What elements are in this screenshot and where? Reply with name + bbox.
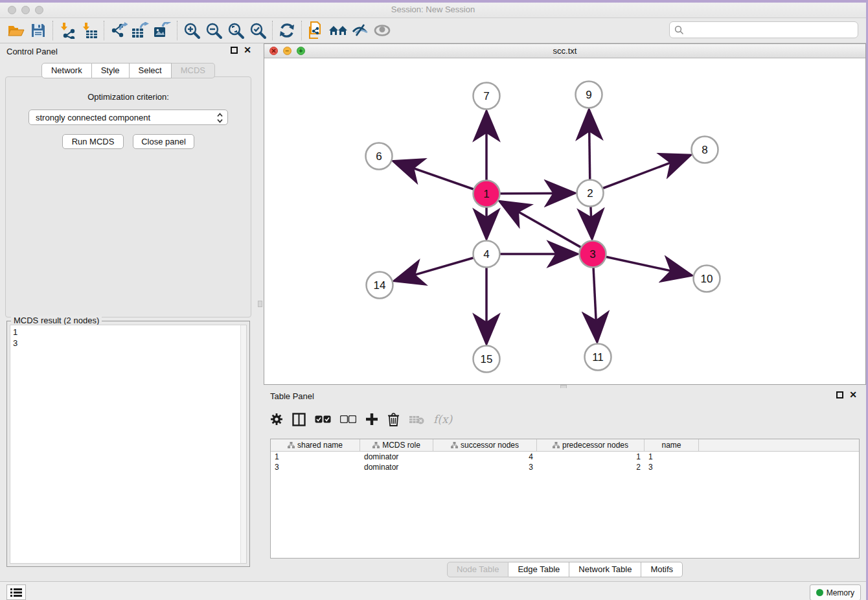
vertical-split-grip[interactable] [258, 301, 262, 307]
table-float-panel-icon[interactable] [836, 391, 843, 398]
tab-style[interactable]: Style [92, 63, 130, 78]
mcds-result-scrollbar[interactable] [240, 325, 246, 563]
graph-node-label: 6 [376, 150, 382, 163]
delete-table-icon[interactable] [409, 415, 424, 424]
tab-network[interactable]: Network [41, 63, 92, 78]
column-header[interactable]: successor nodes [433, 439, 537, 451]
open-file-icon[interactable] [5, 20, 27, 41]
float-panel-icon[interactable] [231, 47, 238, 54]
table-settings-gear-icon[interactable] [270, 413, 283, 426]
search-input[interactable] [684, 25, 846, 35]
show-graphics-details-icon[interactable] [371, 20, 393, 41]
zoom-in-icon[interactable] [181, 20, 203, 41]
column-header[interactable]: name [645, 439, 699, 451]
tab-network-table[interactable]: Network Table [569, 562, 641, 577]
graph-node-label: 15 [481, 353, 493, 365]
table-cell[interactable]: 3 [271, 462, 360, 472]
table-cell[interactable]: 1 [537, 452, 645, 462]
close-panel-button[interactable]: Close panel [133, 134, 194, 149]
hide-graphics-details-icon[interactable] [349, 20, 371, 41]
control-panel: Control Panel ✕ Network Style Select MCD… [0, 43, 257, 581]
graph-edge-3-1[interactable] [499, 202, 581, 248]
column-header-label: shared name [297, 441, 343, 450]
network-window-titlebar[interactable]: ✕ − + scc.txt [264, 44, 865, 58]
search-icon [674, 25, 684, 35]
graph-edge-1-6[interactable] [393, 161, 474, 189]
graph-edge-1-2[interactable] [499, 193, 575, 194]
column-header[interactable]: MCDS role [360, 439, 433, 451]
window-titlebar: Session: New Session [0, 3, 866, 18]
table-row[interactable]: 3dominator323 [271, 462, 859, 472]
graph-node-label: 10 [701, 273, 713, 285]
search-box[interactable] [669, 21, 858, 38]
column-header[interactable]: predecessor nodes [537, 439, 645, 451]
tab-select[interactable]: Select [130, 63, 172, 78]
table-cell[interactable]: 2 [537, 462, 645, 472]
zoom-out-icon[interactable] [203, 20, 225, 41]
zoom-selected-icon[interactable] [247, 20, 269, 41]
task-history-button[interactable] [6, 584, 26, 600]
export-network-icon[interactable] [108, 20, 130, 41]
zoom-fit-icon[interactable] [225, 20, 247, 41]
function-builder-icon[interactable]: f(x) [433, 413, 452, 426]
memory-button[interactable]: Memory [810, 584, 861, 600]
node-table[interactable]: shared nameMCDS rolesuccessor nodesprede… [270, 439, 860, 559]
run-mcds-button[interactable]: Run MCDS [62, 134, 124, 149]
graph-node-label: 2 [587, 187, 593, 200]
tab-node-table[interactable]: Node Table [447, 562, 509, 577]
task-list-icon [10, 588, 22, 597]
export-image-icon[interactable] [152, 20, 174, 41]
tab-edge-table[interactable]: Edge Table [508, 562, 569, 577]
mcds-panel-body: Optimization criterion: strongly connect… [5, 76, 251, 317]
graph-edge-2-9[interactable] [589, 110, 589, 179]
main-toolbar [0, 18, 866, 43]
create-column-icon[interactable] [365, 413, 378, 426]
control-panel-title: Control Panel [6, 47, 58, 56]
column-hierarchy-icon [288, 442, 295, 448]
table-row[interactable]: 1dominator411 [271, 452, 859, 462]
tab-motifs[interactable]: Motifs [641, 562, 683, 577]
table-cell[interactable]: dominator [360, 462, 433, 472]
table-cell[interactable]: 3 [645, 462, 699, 472]
graph-edge-2-8[interactable] [602, 155, 691, 188]
table-cell[interactable]: 4 [433, 452, 537, 462]
tab-mcds[interactable]: MCDS [172, 63, 215, 78]
network-from-selection-icon[interactable] [305, 20, 327, 41]
table-header-row[interactable]: shared nameMCDS rolesuccessor nodesprede… [271, 439, 859, 452]
table-tabs: Node Table Edge Table Network Table Moti… [264, 562, 866, 577]
table-cell[interactable]: dominator [360, 452, 433, 462]
graph-node-label: 14 [374, 279, 386, 292]
graph-edge-3-10[interactable] [606, 257, 692, 275]
select-all-columns-icon[interactable] [315, 415, 331, 423]
unselect-all-columns-icon[interactable] [340, 415, 356, 423]
table-cell[interactable]: 3 [433, 462, 537, 472]
table-close-panel-icon[interactable]: ✕ [849, 391, 857, 398]
import-table-icon[interactable] [78, 20, 100, 41]
export-table-icon[interactable] [130, 20, 152, 41]
graph-node-label: 3 [589, 248, 595, 260]
apply-layout-icon[interactable] [276, 20, 298, 41]
column-header[interactable]: shared name [271, 439, 360, 451]
import-network-icon[interactable] [56, 20, 78, 41]
show-columns-icon[interactable] [292, 413, 306, 426]
mcds-result-group: MCDS result (2 nodes) 1 3 [6, 321, 250, 567]
delete-column-icon[interactable] [387, 413, 400, 426]
criterion-value: strongly connected component [36, 113, 150, 122]
mcds-result-title: MCDS result (2 nodes) [11, 316, 102, 325]
table-cell[interactable]: 1 [271, 452, 360, 462]
network-view-window: ✕ − + scc.txt 7968124314101511 [264, 43, 866, 385]
first-neighbors-icon[interactable] [327, 20, 349, 41]
graph-node-label: 8 [702, 144, 707, 156]
graph-edge-4-14[interactable] [394, 258, 474, 281]
criterion-select[interactable]: strongly connected component [29, 110, 228, 125]
graph-edge-3-11[interactable] [593, 267, 597, 341]
graph-node-label: 1 [483, 188, 489, 200]
close-panel-icon[interactable]: ✕ [244, 47, 251, 54]
column-header-label: successor nodes [461, 441, 519, 450]
combo-stepper-icon [216, 112, 223, 124]
network-canvas[interactable]: 7968124314101511 [264, 58, 865, 384]
table-cell[interactable]: 1 [645, 452, 699, 462]
graph-edge-2-3[interactable] [591, 206, 592, 238]
mcds-result-text[interactable]: 1 3 [10, 325, 247, 564]
save-session-icon[interactable] [27, 20, 49, 41]
